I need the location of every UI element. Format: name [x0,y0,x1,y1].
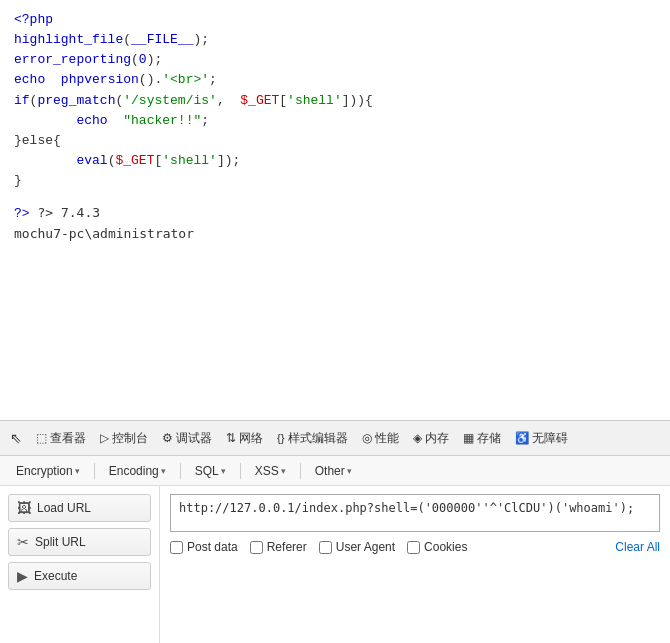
xss-btn[interactable]: XSS ▾ [247,462,294,480]
encryption-label: Encryption [16,464,73,478]
left-sidebar: 🖼 Load URL ✂ Split URL ▶ Execute [0,486,160,643]
other-dropdown-icon: ▾ [347,466,352,476]
code-line-8: eval($_GET['shell']); [14,151,656,171]
toolbar-row: Encryption ▾ Encoding ▾ SQL ▾ XSS ▾ Othe… [0,456,670,486]
user-agent-checkbox[interactable] [319,541,332,554]
perf-label: 性能 [375,431,399,446]
encryption-btn[interactable]: Encryption ▾ [8,462,88,480]
split-url-label: Split URL [35,535,86,549]
code-line-7: }else{ [14,131,656,151]
encoding-dropdown-icon: ▾ [161,466,166,476]
cookies-checkbox-label[interactable]: Cookies [407,540,467,554]
perf-icon: ◎ [362,431,372,445]
devtools-tab-perf[interactable]: ◎ 性能 [356,427,405,450]
devtools-bar: ⇖ ⬚ 查看器 ▷ 控制台 ⚙ 调试器 ⇅ 网络 {} 样式编辑器 ◎ 性能 ◈… [0,420,670,456]
sql-dropdown-icon: ▾ [221,466,226,476]
execute-label: Execute [34,569,77,583]
style-label: 样式编辑器 [288,431,348,446]
sep4 [300,463,301,479]
devtools-pointer[interactable]: ⇖ [4,426,28,450]
checkboxes-row: Post data Referer User Agent Cookies Cle… [170,540,660,554]
style-icon: {} [277,432,285,444]
split-url-icon: ✂ [17,534,29,550]
user-agent-label: User Agent [336,540,395,554]
encoding-label: Encoding [109,464,159,478]
network-icon: ⇅ [226,431,236,445]
viewer-label: 查看器 [50,431,86,446]
devtools-tab-network[interactable]: ⇅ 网络 [220,427,269,450]
devtools-tab-console[interactable]: ▷ 控制台 [94,427,154,450]
execute-button[interactable]: ▶ Execute [8,562,151,590]
code-line-2: highlight_file(__FILE__); [14,30,656,50]
viewer-icon: ⬚ [36,431,47,445]
sep1 [94,463,95,479]
post-data-label: Post data [187,540,238,554]
execute-icon: ▶ [17,568,28,584]
code-line-5: if(preg_match('/system/is', $_GET['shell… [14,91,656,111]
load-url-icon: 🖼 [17,500,31,516]
memory-icon: ◈ [413,431,422,445]
devtools-tab-viewer[interactable]: ⬚ 查看器 [30,427,92,450]
encryption-dropdown-icon: ▾ [75,466,80,476]
post-data-checkbox-label[interactable]: Post data [170,540,238,554]
php-output: ?> ?> 7.4.3 mochu7-pc\administrator [14,203,656,245]
devtools-tab-style[interactable]: {} 样式编辑器 [271,427,354,450]
sep3 [240,463,241,479]
accessibility-label: 无障碍 [532,431,568,446]
main-panel: 🖼 Load URL ✂ Split URL ▶ Execute http://… [0,486,670,643]
accessibility-icon: ♿ [515,431,529,445]
clear-all-button[interactable]: Clear All [615,540,660,554]
xss-dropdown-icon: ▾ [281,466,286,476]
post-data-checkbox[interactable] [170,541,183,554]
code-line-4: echo phpversion().'<br>'; [14,70,656,90]
devtools-tab-storage[interactable]: ▦ 存储 [457,427,507,450]
pointer-icon: ⇖ [10,430,22,446]
other-btn[interactable]: Other ▾ [307,462,360,480]
split-url-button[interactable]: ✂ Split URL [8,528,151,556]
hostname-output: mochu7-pc\administrator [14,224,656,245]
other-label: Other [315,464,345,478]
debugger-icon: ⚙ [162,431,173,445]
url-input[interactable]: http://127.0.0.1/index.php?shell=('00000… [170,494,660,532]
load-url-button[interactable]: 🖼 Load URL [8,494,151,522]
devtools-tab-memory[interactable]: ◈ 内存 [407,427,455,450]
code-line-1: <?php [14,10,656,30]
memory-label: 内存 [425,431,449,446]
storage-icon: ▦ [463,431,474,445]
console-icon: ▷ [100,431,109,445]
console-label: 控制台 [112,431,148,446]
referer-label: Referer [267,540,307,554]
xss-label: XSS [255,464,279,478]
devtools-tab-accessibility[interactable]: ♿ 无障碍 [509,427,574,450]
code-line-3: error_reporting(0); [14,50,656,70]
sql-btn[interactable]: SQL ▾ [187,462,234,480]
right-content: http://127.0.0.1/index.php?shell=('00000… [160,486,670,643]
cookies-label: Cookies [424,540,467,554]
load-url-label: Load URL [37,501,91,515]
storage-label: 存储 [477,431,501,446]
sql-label: SQL [195,464,219,478]
code-line-9: } [14,171,656,191]
referer-checkbox[interactable] [250,541,263,554]
user-agent-checkbox-label[interactable]: User Agent [319,540,395,554]
code-area: <?php highlight_file(__FILE__); error_re… [0,0,670,420]
cookies-checkbox[interactable] [407,541,420,554]
devtools-tab-debugger[interactable]: ⚙ 调试器 [156,427,218,450]
code-line-6: echo "hacker!!"; [14,111,656,131]
referer-checkbox-label[interactable]: Referer [250,540,307,554]
encoding-btn[interactable]: Encoding ▾ [101,462,174,480]
debugger-label: 调试器 [176,431,212,446]
php-version-output: ?> ?> 7.4.3 [14,203,656,224]
network-label: 网络 [239,431,263,446]
sep2 [180,463,181,479]
